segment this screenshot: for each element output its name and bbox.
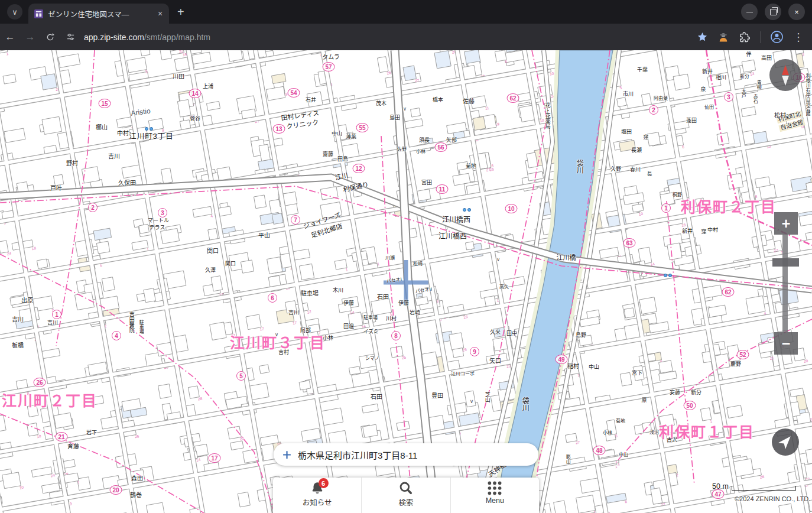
compass-button[interactable]: [769, 59, 801, 91]
tab-search-button[interactable]: ∨: [7, 4, 22, 20]
copyright-text: ©2024 ZENRIN CO., LTD.: [735, 495, 810, 502]
zoom-slider-handle[interactable]: [772, 258, 799, 267]
reload-icon: [46, 33, 55, 42]
search-value: 栃木県足利市江川町3丁目8-11: [298, 449, 417, 461]
profile-avatar-icon[interactable]: [770, 30, 784, 44]
restore-icon: [770, 9, 777, 15]
close-button[interactable]: ×: [788, 4, 805, 20]
site-settings-icon[interactable]: [60, 33, 80, 41]
menu-label: Menu: [486, 496, 504, 505]
menu-button[interactable]: Menu: [450, 478, 539, 513]
browser-menu-icon[interactable]: ⋮: [793, 31, 804, 44]
magnifier-icon: [398, 480, 414, 496]
tab-close-icon[interactable]: ×: [155, 8, 165, 19]
site-favicon: [34, 9, 43, 18]
url-host: app.zip-site.com: [84, 33, 144, 42]
notices-button[interactable]: 6 お知らせ: [273, 478, 361, 513]
notices-badge: 6: [319, 478, 329, 488]
zoom-in-button[interactable]: +: [774, 212, 798, 235]
tab-title: ゼンリン住宅地図スマ—: [48, 8, 155, 20]
zoom-slider-track[interactable]: [782, 235, 788, 332]
address-search-bar[interactable]: 栃木県足利市江川町3丁目8-11: [274, 443, 538, 466]
navigation-arrow-icon: [772, 428, 799, 456]
bottom-toolbar: 6 お知らせ 検索 Menu: [273, 478, 539, 513]
compass-needle-icon: [769, 59, 801, 91]
active-tab[interactable]: ゼンリン住宅地図スマ— ×: [28, 4, 169, 24]
scale-bar: [732, 486, 796, 491]
browser-toolbar: ← → app.zip-site.com/smt/app/map.htm: [0, 24, 812, 50]
search-label: 検索: [398, 496, 413, 508]
extension-avatar-icon[interactable]: [717, 31, 729, 43]
map-scale: 50 m: [712, 482, 796, 491]
grid-dots-icon: [486, 480, 503, 496]
new-tab-button[interactable]: +: [177, 5, 184, 19]
locate-button[interactable]: [772, 428, 799, 456]
back-button[interactable]: ←: [0, 31, 20, 43]
minimize-button[interactable]: [741, 4, 758, 20]
plus-icon: [282, 450, 292, 460]
url-bar[interactable]: app.zip-site.com/smt/app/map.htm: [84, 33, 697, 42]
tune-icon: [66, 33, 75, 41]
restore-button[interactable]: [765, 4, 781, 20]
scale-label: 50 m: [712, 482, 729, 491]
notices-label: お知らせ: [303, 496, 332, 508]
browser-window: 8611271469194229519217241022926111459512…: [0, 0, 812, 513]
forward-button[interactable]: →: [20, 31, 40, 43]
reload-button[interactable]: [40, 33, 60, 42]
zoom-out-button[interactable]: −: [774, 332, 798, 355]
minimize-icon: [746, 12, 753, 12]
url-path: /smt/app/map.htm: [144, 33, 210, 42]
tab-strip: ∨ ゼンリン住宅地図スマ— × + ×: [0, 0, 812, 24]
toolbar-divider: [760, 31, 761, 43]
search-button[interactable]: 検索: [361, 478, 450, 513]
extensions-puzzle-icon[interactable]: [739, 31, 751, 43]
window-controls: ×: [741, 4, 805, 20]
bookmark-star-icon[interactable]: [697, 31, 708, 43]
